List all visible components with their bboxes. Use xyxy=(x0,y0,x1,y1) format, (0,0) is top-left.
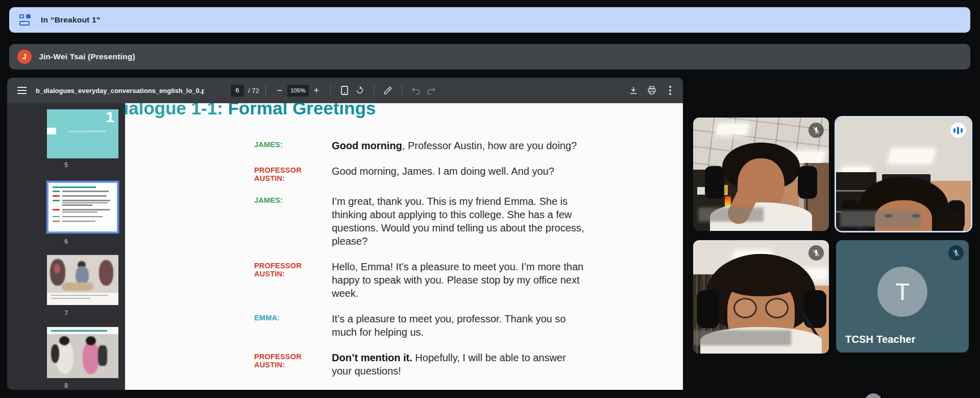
menu-icon[interactable] xyxy=(14,83,30,98)
dialogue-row: EMMA: It’s a pleasure to meet you, profe… xyxy=(254,312,601,339)
breakout-rooms-icon xyxy=(19,14,32,26)
thumbnail-page-5[interactable]: 1 Introductions and Small Talk xyxy=(47,109,118,158)
mic-muted-icon xyxy=(808,245,824,261)
speaker-label: PROFESSOR AUSTIN: xyxy=(254,351,332,378)
zoom-out-icon[interactable]: − xyxy=(272,83,287,98)
breakout-room-label: In “Breakout 1” xyxy=(41,15,101,25)
mini-title-line xyxy=(53,186,96,188)
dialogue-row: PROFESSOR AUSTIN: Good morning, James. I… xyxy=(254,165,601,182)
participant-tile-student-3[interactable] xyxy=(693,240,829,354)
dialogue-title: Dialogue 1-1: Formal Greetings xyxy=(125,103,376,119)
thumbnail-page-label: 5 xyxy=(7,161,125,169)
slide-accent-tab xyxy=(47,128,56,134)
participant-tile-student-2-speaking[interactable] xyxy=(836,118,971,231)
camera-video xyxy=(693,240,829,354)
thumbnail-page-label: 6 xyxy=(7,238,125,245)
shared-pdf-viewer: b_dialogues_everyday_conversations_engli… xyxy=(7,78,683,390)
dialogue-row: JAMES: Good morning, Professor Austin, h… xyxy=(254,139,601,152)
dialogue-text: It’s a pleasure to meet you, professor. … xyxy=(332,312,588,339)
print-icon[interactable] xyxy=(644,83,659,98)
thumbnail-sidebar: 1 Introductions and Small Talk 5 6 xyxy=(7,103,125,390)
presenter-banner: J Jin-Wei Tsai (Presenting) xyxy=(9,44,970,69)
dialogue-block: JAMES: Good morning, Professor Austin, h… xyxy=(254,139,601,390)
meet-screen: In “Breakout 1” J Jin-Wei Tsai (Presenti… xyxy=(0,0,980,398)
more-vertical-icon[interactable] xyxy=(663,83,678,98)
toolbar-divider xyxy=(402,85,402,96)
speaker-label: JAMES: xyxy=(254,139,332,152)
speaker-label: EMMA: xyxy=(254,312,332,339)
thumbnail-page-7[interactable] xyxy=(47,255,118,305)
dialogue-text: Good morning, Professor Austin, how are … xyxy=(332,139,588,152)
participant-tile-student-1[interactable] xyxy=(693,118,829,231)
mic-muted-icon xyxy=(808,123,824,138)
redo-icon[interactable] xyxy=(424,83,439,98)
pdf-page-content: Dialogue 1-1: Formal Greetings JAMES: Go… xyxy=(125,103,683,390)
page-total-label: / 72 xyxy=(248,87,259,95)
slide-title: Introductions and Small Talk xyxy=(58,130,116,133)
speaker-label: PROFESSOR AUSTIN: xyxy=(254,165,332,182)
participant-name-redacted xyxy=(840,210,921,227)
participant-name-redacted xyxy=(698,207,764,222)
pdf-toolbar: b_dialogues_everyday_conversations_engli… xyxy=(7,78,683,103)
participant-name-label: TCSH Teacher xyxy=(845,334,916,345)
toolbar-divider xyxy=(330,85,331,96)
rotate-icon[interactable] xyxy=(352,83,368,98)
audio-activity-icon xyxy=(950,123,966,138)
dialogue-row: PROFESSOR AUSTIN: Don’t mention it. Hope… xyxy=(254,351,601,378)
thumbnail-page-8[interactable] xyxy=(47,327,118,378)
zoom-level-value[interactable]: 105% xyxy=(287,85,309,97)
thumbnail-page-6-selected[interactable] xyxy=(47,181,118,233)
dialogue-text: Good morning, James. I am doing well. An… xyxy=(332,165,588,182)
glasses xyxy=(765,298,789,318)
thumbnail-page-label: 7 xyxy=(7,310,125,317)
presenter-avatar: J xyxy=(17,50,32,64)
participant-name-redacted xyxy=(693,330,791,345)
dialogue-text: I’m great, thank you. This is my friend … xyxy=(332,195,588,248)
presenter-name-label: Jin-Wei Tsai (Presenting) xyxy=(39,52,135,61)
speaker-label: PROFESSOR AUSTIN: xyxy=(254,260,332,300)
camera-video xyxy=(693,118,829,231)
toolbar-divider xyxy=(265,85,266,96)
undo-icon[interactable] xyxy=(408,83,424,98)
speaker-label: JAMES: xyxy=(254,195,332,248)
teacher-avatar: T xyxy=(877,267,927,317)
page-number-input[interactable]: 6 xyxy=(231,85,244,97)
thumbnail-page-label: 8 xyxy=(7,382,125,389)
camera-video xyxy=(836,118,971,231)
toolbar-divider xyxy=(374,85,374,96)
breakout-room-banner: In “Breakout 1” xyxy=(9,7,970,33)
dialogue-row: JAMES: I’m great, thank you. This is my … xyxy=(254,195,601,248)
slide-number: 1 xyxy=(106,109,114,126)
mic-muted-icon xyxy=(948,245,964,261)
partially-visible-control xyxy=(865,393,882,398)
pdf-body: 1 Introductions and Small Talk 5 6 xyxy=(7,103,683,390)
zoom-in-icon[interactable]: + xyxy=(309,83,324,98)
download-icon[interactable] xyxy=(626,83,641,98)
dialogue-row: PROFESSOR AUSTIN: Hello, Emma! It’s a pl… xyxy=(254,260,601,300)
pdf-filename: b_dialogues_everyday_conversations_engli… xyxy=(36,87,204,95)
dialogue-text: Don’t mention it. Hopefully, I will be a… xyxy=(332,351,588,378)
fit-page-icon[interactable] xyxy=(337,83,352,98)
glasses xyxy=(733,298,757,318)
dialogue-text: Hello, Emma! It’s a pleasure to meet you… xyxy=(332,260,588,300)
participant-tile-teacher[interactable]: T TCSH Teacher xyxy=(836,240,969,353)
second-person xyxy=(935,209,964,231)
annotate-pen-icon[interactable] xyxy=(380,83,396,98)
